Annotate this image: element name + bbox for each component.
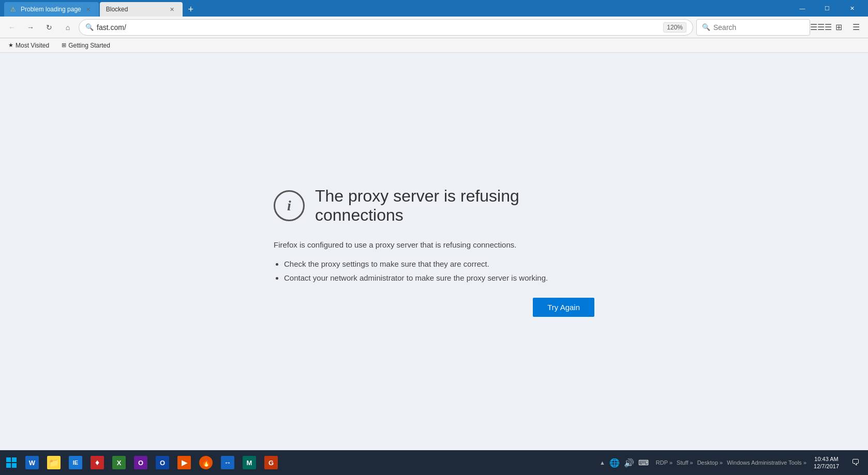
toolbar-right: ☰☰☰ ⊞ ☰	[813, 20, 864, 35]
forward-button[interactable]: →	[23, 20, 38, 35]
bookmark-getting-started[interactable]: ⊞ Getting Started	[57, 41, 114, 50]
svg-rect-1	[12, 457, 17, 462]
warning-icon: ⚠	[10, 6, 18, 13]
date-display: 12/7/2017	[814, 463, 839, 470]
bookmarks-bar: ★ Most Visited ⊞ Getting Started	[0, 38, 868, 53]
reload-button[interactable]: ↻	[41, 20, 57, 35]
tab2-close[interactable]: ✕	[168, 5, 176, 13]
new-tab-button[interactable]: +	[184, 2, 198, 17]
try-again-button[interactable]: Try Again	[533, 298, 594, 317]
taskbar-app-vlc[interactable]: ▶	[174, 452, 194, 473]
taskbar-app-teamviewer[interactable]: ↔	[217, 452, 238, 473]
window-controls: — ☐ ✕	[790, 0, 864, 17]
taskbar-app-ie[interactable]: IE	[65, 452, 86, 473]
volume-icon[interactable]: 🔊	[624, 458, 634, 468]
taskbar-app-folder[interactable]: 📁	[43, 452, 64, 473]
address-bar[interactable]: 🔍 120%	[79, 19, 693, 36]
tab1-close[interactable]: ✕	[84, 5, 93, 13]
windows-logo-icon	[6, 457, 17, 468]
taskbar: W 📁 IE ♦ X O O ▶ 🔥 ↔ M G ▲ 🌐 🔊 ⌨ RDP	[0, 450, 868, 475]
tab-group: ⚠ Problem loading page ✕ Blocked ✕ +	[4, 0, 788, 17]
info-icon: i	[274, 190, 305, 221]
chevron-up-icon[interactable]: ▲	[600, 459, 605, 466]
error-description: Firefox is configured to use a proxy ser…	[274, 240, 594, 249]
error-list: Check the proxy settings to make sure th…	[274, 259, 594, 282]
maximize-button[interactable]: ☐	[815, 0, 839, 17]
svg-rect-2	[6, 463, 11, 468]
admin-tools-label[interactable]: Windows Administrative Tools »	[726, 459, 807, 466]
svg-rect-0	[6, 457, 11, 462]
taskbar-sys-tray: ▲ 🌐 🔊 ⌨	[595, 458, 653, 468]
error-title: The proxy server is refusing connections	[315, 187, 594, 225]
taskbar-clock[interactable]: 10:43 AM 12/7/2017	[810, 455, 843, 470]
back-button[interactable]: ←	[4, 20, 20, 35]
split-view-icon[interactable]: ⊞	[831, 20, 846, 35]
taskbar-app-orange[interactable]: G	[261, 452, 281, 473]
title-bar: ⚠ Problem loading page ✕ Blocked ✕ + — ☐…	[0, 0, 868, 17]
search-input[interactable]	[713, 23, 804, 32]
getting-started-icon: ⊞	[62, 42, 66, 49]
zoom-indicator: 120%	[663, 22, 686, 33]
page-content: i The proxy server is refusing connectio…	[0, 53, 868, 450]
desktop-label[interactable]: Desktop »	[696, 459, 724, 466]
network-icon[interactable]: 🌐	[609, 458, 620, 468]
error-bullet-1: Check the proxy settings to make sure th…	[284, 259, 594, 268]
minimize-button[interactable]: —	[790, 0, 814, 17]
close-button[interactable]: ✕	[840, 0, 864, 17]
taskbar-app-onenote[interactable]: O	[130, 452, 151, 473]
getting-started-label: Getting Started	[68, 42, 110, 49]
bookmark-most-visited[interactable]: ★ Most Visited	[4, 41, 53, 50]
clock-icon[interactable]: ⌨	[638, 458, 649, 467]
rdp-label[interactable]: RDP »	[655, 459, 674, 466]
taskbar-app-red1[interactable]: ♦	[87, 452, 108, 473]
nav-bar: ← → ↻ ⌂ 🔍 120% 🔍 ☰☰☰ ⊞ ☰	[0, 17, 868, 38]
error-bullet-2: Contact your network administrator to ma…	[284, 273, 594, 282]
taskbar-app-firefox[interactable]: 🔥	[196, 452, 216, 473]
stuff-label[interactable]: Stuff »	[676, 459, 694, 466]
search-icon: 🔍	[702, 23, 710, 31]
tab1-label: Problem loading page	[21, 6, 81, 13]
bookmarks-icon[interactable]: ☰☰☰	[813, 20, 829, 35]
taskbar-app-word[interactable]: W	[22, 452, 42, 473]
tab2-label: Blocked	[106, 6, 165, 13]
address-search-icon: 🔍	[85, 23, 94, 31]
notification-button[interactable]: 🗨	[845, 452, 866, 473]
taskbar-app-green[interactable]: M	[239, 452, 260, 473]
taskbar-app-excel[interactable]: X	[109, 452, 129, 473]
search-bar[interactable]: 🔍	[696, 19, 810, 36]
taskbar-app-outlook[interactable]: O	[152, 452, 173, 473]
time-display: 10:43 AM	[814, 455, 839, 463]
tab-blocked[interactable]: Blocked ✕	[100, 2, 183, 17]
svg-rect-3	[12, 463, 17, 468]
most-visited-icon: ★	[8, 42, 13, 49]
tab-problem-loading[interactable]: ⚠ Problem loading page ✕	[4, 2, 99, 17]
taskbar-right: ▲ 🌐 🔊 ⌨ RDP » Stuff » Desktop » Windows …	[595, 452, 866, 473]
most-visited-label: Most Visited	[16, 42, 49, 49]
error-container: i The proxy server is refusing connectio…	[253, 166, 615, 338]
home-button[interactable]: ⌂	[60, 20, 76, 35]
error-header: i The proxy server is refusing connectio…	[274, 187, 594, 225]
start-button[interactable]	[2, 453, 21, 472]
url-input[interactable]	[97, 23, 660, 32]
menu-icon[interactable]: ☰	[848, 20, 864, 35]
